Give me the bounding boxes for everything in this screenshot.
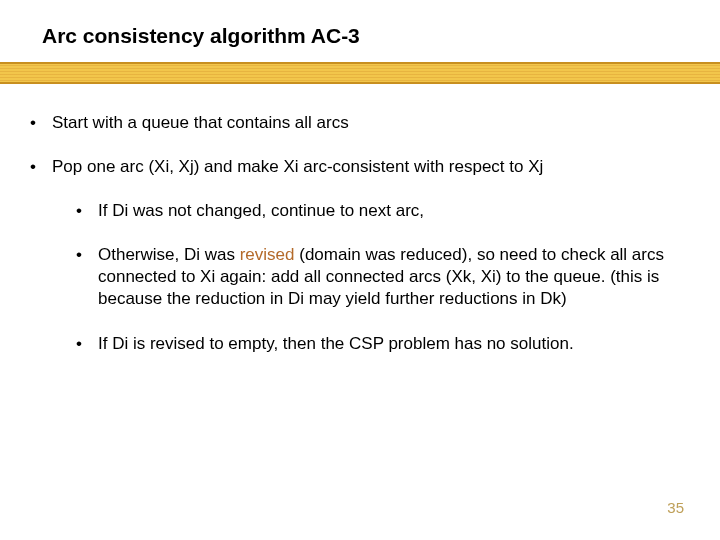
bullet-glyph: • <box>76 244 98 310</box>
slide-title: Arc consistency algorithm AC-3 <box>42 24 360 48</box>
bullet-text: Otherwise, Di was revised (domain was re… <box>98 244 692 310</box>
bullet-glyph: • <box>28 156 52 178</box>
bullet-text: Start with a queue that contains all arc… <box>52 112 692 134</box>
bullet-level1: • Start with a queue that contains all a… <box>28 112 692 134</box>
slide-body: • Start with a queue that contains all a… <box>28 112 692 377</box>
bullet-glyph: • <box>76 200 98 222</box>
bullet-level1: • Pop one arc (Xi, Xj) and make Xi arc-c… <box>28 156 692 178</box>
page-number: 35 <box>667 499 684 516</box>
bullet-level2: • If Di was not changed, continue to nex… <box>76 200 692 222</box>
bullet-text: If Di was not changed, continue to next … <box>98 200 692 222</box>
bullet-text: If Di is revised to empty, then the CSP … <box>98 333 692 355</box>
slide: Arc consistency algorithm AC-3 • Start w… <box>0 0 720 540</box>
title-underline-stripe <box>0 62 720 84</box>
bullet-text: Pop one arc (Xi, Xj) and make Xi arc-con… <box>52 156 692 178</box>
bullet-glyph: • <box>28 112 52 134</box>
bullet-level2: • Otherwise, Di was revised (domain was … <box>76 244 692 310</box>
bullet-glyph: • <box>76 333 98 355</box>
highlighted-word: revised <box>240 245 295 264</box>
bullet-level2: • If Di is revised to empty, then the CS… <box>76 333 692 355</box>
text-run: Otherwise, Di was <box>98 245 240 264</box>
